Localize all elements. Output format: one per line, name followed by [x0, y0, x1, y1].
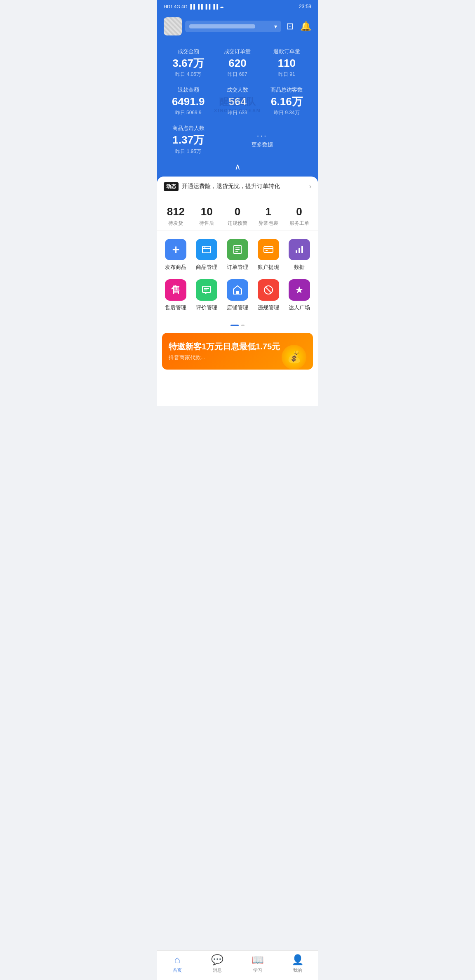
stat-value: 3.67万: [164, 57, 213, 70]
quick-actions: ＋ 发布商品 商品管理 订单管理 账户提现: [157, 231, 318, 323]
nav-learn[interactable]: 📖 学习: [238, 954, 278, 973]
nav-learn-label: 学习: [253, 967, 262, 973]
order-stat-label: 待售后: [191, 220, 222, 227]
stat-label: 成交订单量: [213, 48, 262, 55]
nav-messages-label: 消息: [213, 967, 222, 973]
status-signal: HD1 4G 4G ▐▐ ▐▐ ▐▐ ▐▐ ☁: [164, 4, 224, 9]
action-review-mgmt[interactable]: 评价管理: [193, 279, 221, 311]
order-stat-label: 异常包裹: [253, 220, 284, 227]
content-card: 动态 开通运费险，退货无忧，提升订单转化 › 812 待发货 10 待售后 0 …: [157, 177, 318, 406]
nav-home[interactable]: ⌂ 首页: [157, 954, 198, 973]
actions-row-1: ＋ 发布商品 商品管理 订单管理 账户提现: [160, 239, 315, 271]
stat-label: 退款订单量: [262, 48, 311, 55]
order-stat-service[interactable]: 0 服务工单: [284, 205, 315, 227]
action-withdraw[interactable]: 账户提现: [254, 239, 282, 271]
stat-value: 6491.9: [164, 95, 213, 108]
stats-grid: 成交金额 3.67万 昨日 4.05万 成交订单量 620 昨日 687 退款订…: [164, 48, 311, 155]
header-icons: ⊡ 🔔: [286, 21, 311, 32]
message-icon: 💬: [211, 954, 223, 966]
order-stat-label: 违规预警: [222, 220, 253, 227]
shop-name-area[interactable]: ▾: [185, 21, 281, 32]
order-stat-value: 1: [253, 205, 284, 218]
order-stat-abnormal[interactable]: 1 异常包裹: [253, 205, 284, 227]
svg-rect-10: [296, 250, 297, 253]
action-data[interactable]: 数据: [285, 239, 313, 271]
promo-banner[interactable]: 特邀新客1万元日息最低1.75元 抖音商家代款... 💰: [162, 333, 313, 370]
action-label: 违规管理: [258, 304, 279, 311]
nav-messages[interactable]: 💬 消息: [198, 954, 238, 973]
order-stat-value: 0: [222, 205, 253, 218]
status-bar: HD1 4G 4G ▐▐ ▐▐ ▐▐ ▐▐ ☁ 23:59: [157, 0, 318, 13]
bottom-nav: ⌂ 首页 💬 消息 📖 学习 👤 我的: [157, 950, 318, 980]
stat-label: 退款金额: [164, 86, 213, 94]
stat-label: 商品点击人数: [164, 125, 213, 132]
news-banner[interactable]: 动态 开通运费险，退货无忧，提升订单转化 ›: [157, 177, 318, 197]
stat-yesterday: 昨日 9.34万: [262, 109, 311, 116]
stat-transaction-amount: 成交金额 3.67万 昨日 4.05万: [164, 48, 213, 78]
chevron-right-icon: ›: [309, 183, 311, 190]
order-stat-value: 812: [160, 205, 191, 218]
promo-content: 特邀新客1万元日息最低1.75元 抖音商家代款...: [169, 341, 280, 361]
learn-icon: 📖: [252, 954, 264, 966]
order-stat-pending-ship[interactable]: 812 待发货: [160, 205, 191, 227]
order-stat-label: 服务工单: [284, 220, 315, 227]
product-mgmt-icon: [196, 239, 217, 260]
action-publish[interactable]: ＋ 发布商品: [162, 239, 190, 271]
stat-yesterday: 昨日 1.95万: [164, 148, 213, 155]
bell-icon[interactable]: 🔔: [300, 21, 311, 32]
stat-clicks: 商品点击人数 1.37万 昨日 1.95万: [164, 125, 213, 155]
promo-main-text: 特邀新客1万元日息最低1.75元: [169, 341, 280, 352]
violation-icon: [258, 279, 279, 301]
collapse-arrow[interactable]: ∧: [164, 162, 311, 172]
review-icon: [196, 279, 217, 301]
stat-value: 564: [213, 95, 262, 108]
order-mgmt-icon: [227, 239, 248, 260]
action-after-sale-mgmt[interactable]: 售 售后管理: [162, 279, 190, 311]
header-left: ▾: [164, 17, 281, 35]
order-stats-row: 812 待发货 10 待售后 0 违规预警 1 异常包裹 0 服务工单: [157, 197, 318, 231]
stat-order-count: 成交订单量 620 昨日 687: [213, 48, 262, 78]
action-label: 评价管理: [196, 304, 217, 311]
action-order-mgmt[interactable]: 订单管理: [223, 239, 252, 271]
stat-label: 成交金额: [164, 48, 213, 55]
svg-rect-11: [299, 248, 300, 253]
action-product-mgmt[interactable]: 商品管理: [193, 239, 221, 271]
order-stat-value: 0: [284, 205, 315, 218]
more-dots: ···: [257, 131, 268, 140]
promo-coin-icon: 💰: [282, 345, 306, 370]
stat-value: 6.16万: [262, 95, 311, 108]
svg-rect-12: [301, 246, 303, 253]
actions-row-2: 售 售后管理 评价管理 店铺管理 违规管理: [160, 279, 315, 311]
scan-icon[interactable]: ⊡: [286, 21, 294, 32]
more-data-button[interactable]: ··· 更多数据: [213, 125, 311, 155]
data-icon: [289, 239, 310, 260]
action-influencer-square[interactable]: ★ 达人广场: [285, 279, 313, 311]
stat-value: 110: [262, 57, 311, 70]
svg-marker-16: [204, 292, 207, 294]
stat-buyers: 成交人数 564 昨日 633: [213, 86, 262, 116]
stat-value: 620: [213, 57, 262, 70]
chevron-down-icon[interactable]: ▾: [274, 23, 277, 30]
action-label: 售后管理: [165, 304, 186, 311]
dot-inactive: [241, 325, 245, 326]
action-store-mgmt[interactable]: 店铺管理: [223, 279, 252, 311]
publish-icon: ＋: [165, 239, 186, 260]
news-text: 开通运费险，退货无忧，提升订单转化: [182, 183, 306, 190]
stat-refund-amount: 退款金额 6491.9 昨日 5069.9: [164, 86, 213, 116]
more-text: 更多数据: [252, 141, 273, 148]
dot-active: [230, 325, 239, 326]
action-label: 店铺管理: [227, 304, 248, 311]
profile-icon: 👤: [292, 954, 304, 966]
action-label: 商品管理: [196, 264, 217, 271]
nav-profile[interactable]: 👤 我的: [278, 954, 318, 973]
pagination-dots: [157, 323, 318, 333]
order-stat-after-sale[interactable]: 10 待售后: [191, 205, 222, 227]
stat-yesterday: 昨日 5069.9: [164, 109, 213, 116]
action-violation-mgmt[interactable]: 违规管理: [254, 279, 282, 311]
nav-home-label: 首页: [173, 967, 182, 973]
avatar: [164, 17, 182, 35]
stat-yesterday: 昨日 633: [213, 109, 262, 116]
order-stat-violation[interactable]: 0 违规预警: [222, 205, 253, 227]
stat-label: 成交人数: [213, 86, 262, 94]
svg-line-20: [266, 287, 271, 293]
